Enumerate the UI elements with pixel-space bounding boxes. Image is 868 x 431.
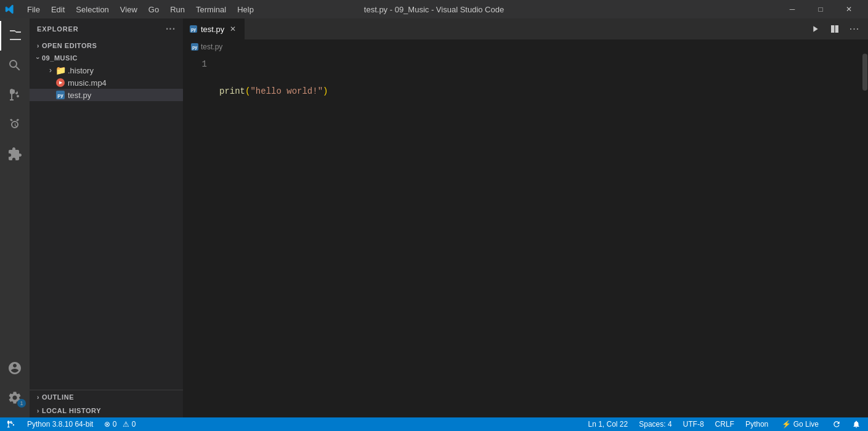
tab-bar-left: py test.py ✕ <box>184 18 245 39</box>
status-spaces[interactable]: Spaces: 4 <box>636 417 674 431</box>
code-content[interactable]: print("hello world!") <box>214 54 861 417</box>
open-editors-header[interactable]: › OPEN EDITORS <box>30 39 183 52</box>
tree-item-test-py[interactable]: py test.py <box>30 89 183 101</box>
language-text: Python <box>745 420 768 429</box>
run-file-button[interactable] <box>806 20 824 38</box>
more-actions-icon: ··· <box>850 23 859 35</box>
golive-button[interactable]: ⚡ Go Live <box>777 417 824 431</box>
code-editor[interactable]: 1 print("hello world!") <box>184 54 868 417</box>
extensions-icon <box>7 147 22 162</box>
close-button[interactable]: ✕ <box>835 0 863 18</box>
local-history-label: LOCAL HISTORY <box>42 407 101 414</box>
menu-go[interactable]: Go <box>144 4 164 15</box>
encoding-text: UTF-8 <box>683 420 704 429</box>
activity-bar-bottom: 1 <box>0 353 30 417</box>
breadcrumb-text: test.py <box>201 43 222 51</box>
outline-chevron-icon: › <box>37 394 39 401</box>
breadcrumb: py test.py <box>184 40 868 54</box>
sidebar: Explorer ··· › OPEN EDITORS › 09_MUSIC ›… <box>30 18 184 417</box>
play-icon <box>810 24 820 34</box>
workspace-section: › 09_MUSIC › 📁 .history ▶ music.mp4 <box>30 52 183 101</box>
minimize-button[interactable]: ─ <box>778 0 806 18</box>
line-number-1: 1 <box>184 57 207 71</box>
settings-badge: 1 <box>17 399 26 408</box>
code-func-name: print <box>219 84 245 98</box>
code-paren-close: ) <box>323 84 328 98</box>
sidebar-more-button[interactable]: ··· <box>166 23 176 35</box>
status-encoding[interactable]: UTF-8 <box>681 417 707 431</box>
outline-label: OUTLINE <box>42 393 74 401</box>
files-icon <box>8 28 23 43</box>
spaces-text: Spaces: 4 <box>639 420 671 429</box>
code-line-1: print("hello world!") <box>219 84 861 98</box>
mp4-icon: ▶ <box>56 78 65 87</box>
code-string: "hello world!" <box>250 84 323 98</box>
maximize-button[interactable]: □ <box>806 0 835 18</box>
media-file-icon: ▶ <box>55 78 65 88</box>
status-bar: Python 3.8.10 64-bit ⊗ 0 ⚠ 0 Ln 1, Col 2… <box>0 417 868 431</box>
menu-view[interactable]: View <box>115 4 142 15</box>
sidebar-title: Explorer <box>37 25 79 33</box>
tree-item-music-mp4[interactable]: ▶ music.mp4 <box>30 76 183 89</box>
status-remote-button[interactable] <box>5 417 18 431</box>
tab-test-py[interactable]: py test.py ✕ <box>184 18 245 39</box>
menu-selection[interactable]: Selection <box>71 4 113 15</box>
sidebar-header: Explorer ··· <box>30 18 183 39</box>
titlebar-left: File Edit Selection View Go Run Terminal… <box>5 4 259 15</box>
status-language[interactable]: Python <box>743 417 771 431</box>
folder-icon: 📁 <box>55 65 65 75</box>
bell-icon <box>852 420 861 429</box>
editor-area: py test.py ✕ <box>184 18 868 417</box>
status-python-version[interactable]: Python 3.8.10 64-bit <box>25 417 95 431</box>
split-editor-button[interactable] <box>826 20 843 38</box>
open-editors-section: › OPEN EDITORS <box>30 39 183 52</box>
tab-close-button[interactable]: ✕ <box>228 24 238 34</box>
status-broadcast-button[interactable] <box>830 417 843 431</box>
activity-item-extensions[interactable] <box>0 139 30 169</box>
account-icon <box>7 361 22 376</box>
split-editor-icon <box>830 24 840 34</box>
titlebar-title: test.py - 09_Music - Visual Studio Code <box>364 5 504 14</box>
open-editors-chevron-icon: › <box>37 43 39 49</box>
status-ln-col[interactable]: Ln 1, Col 22 <box>586 417 631 431</box>
workspace-header[interactable]: › 09_MUSIC <box>30 52 183 64</box>
golive-text: ⚡ Go Live <box>782 420 819 429</box>
menu-edit[interactable]: Edit <box>46 4 70 15</box>
run-debug-icon <box>7 117 22 132</box>
vertical-scrollbar[interactable] <box>861 54 868 417</box>
menu-terminal[interactable]: Terminal <box>191 4 231 15</box>
tree-item-history[interactable]: › 📁 .history <box>30 64 183 76</box>
status-line-ending[interactable]: CRLF <box>713 417 737 431</box>
outline-section-header[interactable]: › OUTLINE <box>30 390 183 404</box>
sidebar-spacer <box>30 101 183 390</box>
activity-item-run-debug[interactable] <box>0 110 30 139</box>
activity-item-search[interactable] <box>0 51 30 80</box>
menu-file[interactable]: File <box>22 4 45 15</box>
local-history-chevron-icon: › <box>37 408 39 414</box>
titlebar: File Edit Selection View Go Run Terminal… <box>0 0 868 18</box>
workspace-chevron-icon: › <box>34 57 41 59</box>
test-py-label: test.py <box>68 91 183 100</box>
tab-bar: py test.py ✕ <box>184 18 868 40</box>
tab-python-icon: py <box>190 25 197 33</box>
titlebar-menu: File Edit Selection View Go Run Terminal… <box>22 4 259 15</box>
activity-item-account[interactable] <box>0 353 30 383</box>
tab-bar-right: ··· <box>801 18 868 39</box>
status-bar-left: Python 3.8.10 64-bit ⊗ 0 ⚠ 0 <box>5 417 138 431</box>
history-folder-label: .history <box>68 66 183 75</box>
sidebar-bottom: › OUTLINE › LOCAL HISTORY <box>30 390 183 417</box>
search-icon <box>7 58 22 73</box>
status-errors-warnings[interactable]: ⊗ 0 ⚠ 0 <box>102 417 138 431</box>
ln-col-text: Ln 1, Col 22 <box>588 420 628 429</box>
titlebar-window-controls: ─ □ ✕ <box>778 0 863 18</box>
activity-item-source-control[interactable] <box>0 80 30 110</box>
activity-item-explorer[interactable] <box>0 21 30 51</box>
activity-item-settings[interactable]: 1 <box>0 383 30 413</box>
open-editors-label: OPEN EDITORS <box>42 42 97 49</box>
breadcrumb-file-icon: py <box>191 43 198 51</box>
menu-help[interactable]: Help <box>232 4 259 15</box>
more-actions-button[interactable]: ··· <box>846 20 863 38</box>
local-history-section-header[interactable]: › LOCAL HISTORY <box>30 404 183 417</box>
status-bell-button[interactable] <box>850 417 863 431</box>
menu-run[interactable]: Run <box>165 4 190 15</box>
